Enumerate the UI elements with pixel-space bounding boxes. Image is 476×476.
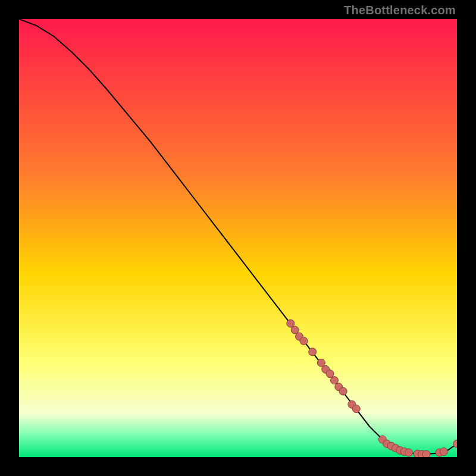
data-point — [422, 450, 430, 457]
data-point — [339, 387, 347, 395]
data-point — [326, 370, 334, 378]
data-point — [440, 448, 447, 456]
data-point — [300, 337, 308, 345]
data-point — [309, 348, 317, 356]
bottleneck-chart — [19, 19, 457, 457]
data-point — [317, 359, 325, 367]
data-point — [405, 449, 413, 456]
watermark-text: TheBottleneck.com — [344, 4, 456, 17]
chart-frame — [19, 19, 457, 457]
data-point — [291, 326, 299, 334]
data-point — [352, 405, 360, 413]
data-point — [287, 320, 295, 327]
gradient-background — [19, 19, 457, 457]
data-point — [330, 377, 338, 384]
